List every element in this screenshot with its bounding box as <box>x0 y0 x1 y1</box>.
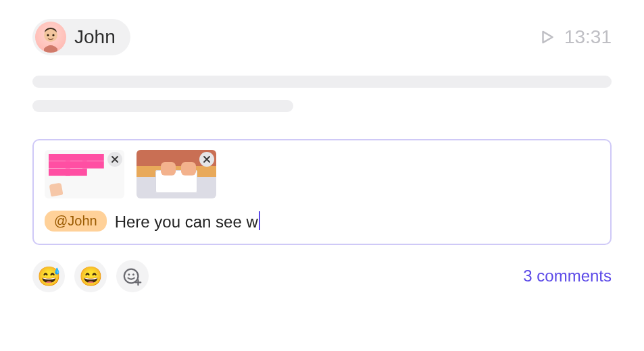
message-header: John 13:31 <box>32 19 612 55</box>
emoji-grinning-icon: 😄 <box>79 265 103 288</box>
message-body-placeholder <box>32 76 612 112</box>
reaction-emoji[interactable]: 😅 <box>32 260 65 292</box>
add-reaction-button[interactable] <box>116 260 149 292</box>
add-reaction-icon <box>122 266 143 286</box>
svg-point-5 <box>132 273 134 275</box>
emoji-grinning-sweat-icon: 😅 <box>37 265 61 288</box>
text-caret <box>259 211 260 230</box>
comments-link[interactable]: 3 comments <box>523 267 612 286</box>
author-chip[interactable]: John <box>32 19 130 55</box>
attachment-thumbnail[interactable] <box>137 150 216 198</box>
svg-point-3 <box>124 269 139 284</box>
play-icon[interactable] <box>539 28 556 46</box>
reaction-bar: 😅 😄 <box>32 260 149 292</box>
author-name: John <box>74 26 116 48</box>
attachment-thumbnail[interactable] <box>45 150 124 198</box>
message-time: 13:31 <box>564 26 612 48</box>
message-footer: 😅 😄 3 comments <box>32 260 612 292</box>
remove-attachment-button[interactable] <box>107 152 122 167</box>
author-avatar <box>35 22 66 53</box>
svg-point-2 <box>52 34 54 36</box>
composer-text[interactable]: Here you can see w <box>115 211 260 232</box>
skeleton-line <box>32 100 293 112</box>
timestamp-group: 13:31 <box>539 26 612 48</box>
reaction-emoji[interactable]: 😄 <box>74 260 107 292</box>
reply-composer[interactable]: @John Here you can see w <box>32 139 612 245</box>
composer-input[interactable]: @John Here you can see w <box>45 211 599 232</box>
svg-point-1 <box>47 34 49 36</box>
mention-chip[interactable]: @John <box>45 211 107 232</box>
skeleton-line <box>32 76 612 88</box>
svg-point-4 <box>128 273 130 275</box>
attachment-strip <box>45 150 599 198</box>
composer-text-value: Here you can see w <box>115 213 258 231</box>
remove-attachment-button[interactable] <box>199 152 214 167</box>
